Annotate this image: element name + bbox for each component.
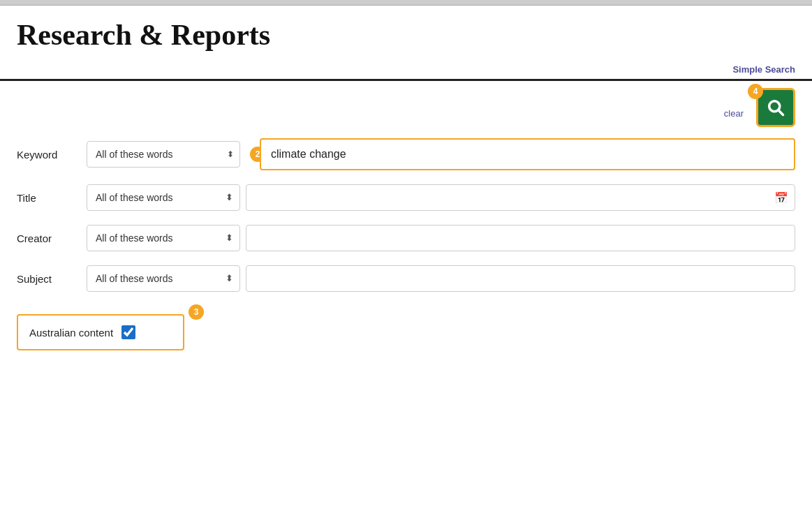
title-row: Title All of these words Any of these wo… xyxy=(17,184,795,211)
creator-input[interactable] xyxy=(246,225,795,251)
title-select-wrapper: All of these words Any of these words No… xyxy=(87,184,240,211)
clear-button[interactable]: clear xyxy=(724,108,744,119)
keyword-chevron-icon: ⬍ xyxy=(227,149,234,160)
australian-content-section: Australian content 3 xyxy=(17,311,184,350)
keyword-input[interactable] xyxy=(260,138,795,170)
simple-search-link[interactable]: Simple Search xyxy=(732,64,795,75)
australian-content-checkbox[interactable] xyxy=(121,325,135,339)
subject-select[interactable]: All of these words Any of these words No… xyxy=(87,265,240,292)
svg-line-1 xyxy=(778,110,783,114)
search-icon xyxy=(766,98,785,117)
subject-row: Subject All of these words Any of these … xyxy=(17,265,795,292)
badge-4: 4 xyxy=(748,84,763,99)
title-input[interactable] xyxy=(246,184,795,211)
subject-input-wrapper xyxy=(246,265,795,292)
keyword-select-wrapper: All of these words ⬍ xyxy=(87,141,240,168)
badge-3: 3 xyxy=(189,304,204,320)
subject-select-wrapper: All of these words Any of these words No… xyxy=(87,265,240,292)
keyword-input-wrapper xyxy=(260,138,795,170)
keyword-label: Keyword xyxy=(17,149,87,161)
title-label: Title xyxy=(17,192,87,204)
title-input-wrapper: 📅 xyxy=(246,184,795,211)
top-bar xyxy=(0,0,812,6)
creator-label: Creator xyxy=(17,232,87,244)
creator-select-wrapper: All of these words Any of these words No… xyxy=(87,225,240,251)
toolbar-row: 4 clear xyxy=(0,81,812,131)
title-select[interactable]: All of these words Any of these words No… xyxy=(87,184,240,211)
calendar-icon: 📅 xyxy=(774,191,788,205)
subject-label: Subject xyxy=(17,273,87,285)
creator-row: Creator All of these words Any of these … xyxy=(17,225,795,251)
keyword-select-display: All of these words xyxy=(90,143,234,165)
form-area: Keyword All of these words ⬍ 2 Title All… xyxy=(0,131,812,364)
keyword-row: Keyword All of these words ⬍ 2 xyxy=(17,138,795,170)
page-title: Research & Reports xyxy=(17,18,795,52)
australian-content-label: Australian content xyxy=(29,327,113,339)
subject-input[interactable] xyxy=(246,265,795,292)
simple-search-bar: Simple Search xyxy=(0,59,812,81)
creator-input-wrapper xyxy=(246,225,795,251)
creator-select[interactable]: All of these words Any of these words No… xyxy=(87,225,240,251)
australian-content-row: Australian content xyxy=(17,314,184,350)
page-header: Research & Reports xyxy=(0,6,812,59)
